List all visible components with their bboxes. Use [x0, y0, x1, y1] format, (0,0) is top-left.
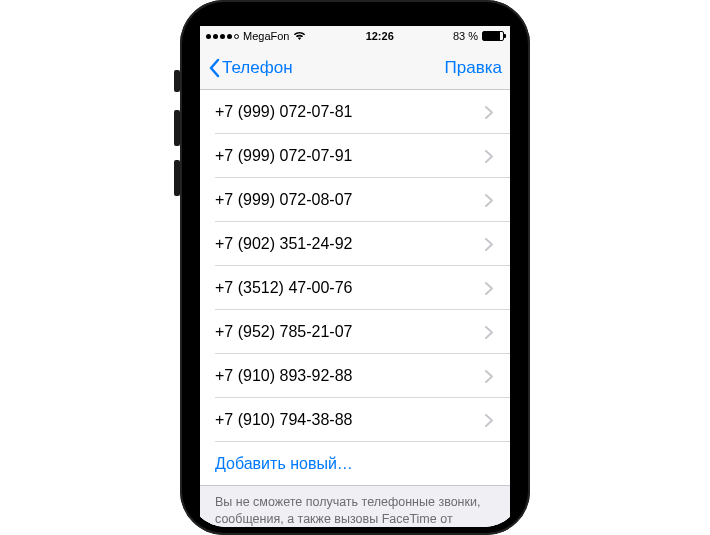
phone-number-label: +7 (952) 785-21-07	[215, 323, 485, 341]
phone-number-label: +7 (910) 794-38-88	[215, 411, 485, 429]
chevron-right-icon	[485, 326, 493, 339]
add-new-button[interactable]: Добавить новый…	[200, 442, 510, 486]
add-new-label: Добавить новый…	[215, 455, 353, 473]
signal-strength-icon	[206, 34, 239, 39]
phone-number-label: +7 (999) 072-08-07	[215, 191, 485, 209]
battery-icon	[482, 31, 504, 41]
blocked-number-row[interactable]: +7 (910) 794-38-88	[200, 398, 510, 442]
back-label: Телефон	[222, 58, 293, 78]
phone-number-label: +7 (902) 351-24-92	[215, 235, 485, 253]
back-button[interactable]: Телефон	[208, 58, 293, 78]
chevron-right-icon	[485, 194, 493, 207]
blocked-number-row[interactable]: +7 (952) 785-21-07	[200, 310, 510, 354]
mute-switch	[174, 70, 180, 92]
carrier-label: MegaFon	[243, 30, 289, 42]
status-bar: MegaFon 12:26 83 %	[200, 26, 510, 46]
battery-pct-label: 83 %	[453, 30, 478, 42]
wifi-icon	[293, 31, 306, 41]
phone-number-label: +7 (999) 072-07-91	[215, 147, 485, 165]
chevron-right-icon	[485, 414, 493, 427]
chevron-right-icon	[485, 106, 493, 119]
blocked-number-row[interactable]: +7 (999) 072-08-07	[200, 178, 510, 222]
volume-down-button	[174, 160, 180, 196]
blocked-number-row[interactable]: +7 (3512) 47-00-76	[200, 266, 510, 310]
footer-note: Вы не сможете получать телефонные звонки…	[200, 486, 510, 527]
blocked-number-row[interactable]: +7 (902) 351-24-92	[200, 222, 510, 266]
chevron-right-icon	[485, 282, 493, 295]
chevron-right-icon	[485, 238, 493, 251]
blocked-number-row[interactable]: +7 (910) 893-92-88	[200, 354, 510, 398]
phone-number-label: +7 (999) 072-07-81	[215, 103, 485, 121]
navigation-bar: Телефон Правка	[200, 46, 510, 90]
edit-button[interactable]: Правка	[445, 58, 502, 78]
volume-up-button	[174, 110, 180, 146]
blocked-list: +7 (999) 072-07-81+7 (999) 072-07-91+7 (…	[200, 90, 510, 527]
chevron-right-icon	[485, 150, 493, 163]
screen: MegaFon 12:26 83 %	[200, 26, 510, 527]
clock-label: 12:26	[366, 30, 394, 42]
blocked-number-row[interactable]: +7 (999) 072-07-81	[200, 90, 510, 134]
phone-number-label: +7 (3512) 47-00-76	[215, 279, 485, 297]
blocked-number-row[interactable]: +7 (999) 072-07-91	[200, 134, 510, 178]
chevron-right-icon	[485, 370, 493, 383]
chevron-left-icon	[208, 58, 220, 78]
phone-device-frame: MegaFon 12:26 83 %	[180, 0, 530, 535]
phone-number-label: +7 (910) 893-92-88	[215, 367, 485, 385]
